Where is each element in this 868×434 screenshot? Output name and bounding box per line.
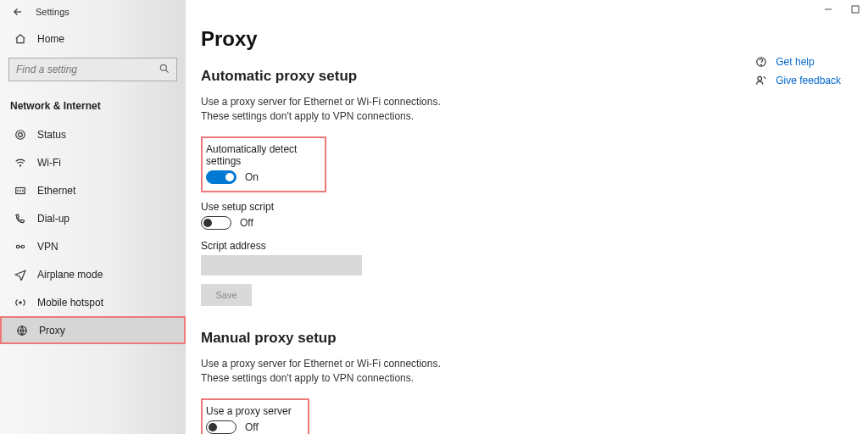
svg-point-6 bbox=[21, 245, 25, 248]
airplane-icon bbox=[14, 268, 27, 281]
vpn-icon bbox=[14, 240, 27, 253]
hotspot-icon bbox=[14, 296, 27, 309]
sidebar-item-airplane[interactable]: Airplane mode bbox=[0, 260, 186, 288]
highlight-proxy-item: Proxy bbox=[0, 316, 186, 344]
svg-point-3 bbox=[19, 164, 20, 165]
sidebar-home[interactable]: Home bbox=[0, 24, 186, 54]
setup-script-label: Use setup script bbox=[201, 201, 854, 213]
highlight-use-proxy: Use a proxy server Off bbox=[201, 398, 309, 434]
sidebar-item-label: Dial-up bbox=[37, 213, 70, 225]
sidebar-item-label: Wi-Fi bbox=[37, 157, 61, 169]
page-title: Proxy bbox=[201, 27, 854, 51]
setup-script-toggle[interactable] bbox=[201, 216, 231, 230]
script-address-label: Script address bbox=[201, 240, 854, 252]
help-column: Get help Give feedback bbox=[755, 56, 841, 93]
dialup-icon bbox=[14, 212, 27, 225]
manual-desc: Use a proxy server for Ethernet or Wi-Fi… bbox=[201, 357, 455, 387]
sidebar-item-wifi[interactable]: Wi-Fi bbox=[0, 148, 186, 176]
use-proxy-toggle[interactable] bbox=[206, 420, 236, 434]
search-icon bbox=[159, 63, 170, 75]
sidebar-item-label: Proxy bbox=[39, 325, 65, 337]
sidebar-item-hotspot[interactable]: Mobile hotspot bbox=[0, 288, 186, 316]
auto-desc: Use a proxy server for Ethernet or Wi-Fi… bbox=[201, 95, 455, 125]
home-label: Home bbox=[37, 33, 64, 45]
svg-point-2 bbox=[19, 132, 23, 136]
get-help-link[interactable]: Get help bbox=[776, 56, 814, 68]
svg-point-12 bbox=[758, 76, 762, 81]
use-proxy-state: Off bbox=[245, 421, 259, 433]
globe-icon bbox=[15, 324, 29, 337]
sidebar-group-label: Network & Internet bbox=[0, 92, 186, 120]
titlebar: Settings bbox=[0, 0, 186, 24]
sidebar-item-vpn[interactable]: VPN bbox=[0, 232, 186, 260]
setup-script-state: Off bbox=[240, 217, 253, 229]
highlight-auto-detect: Automatically detect settings On bbox=[201, 136, 326, 192]
home-icon bbox=[14, 32, 27, 46]
back-icon[interactable] bbox=[12, 6, 24, 18]
wifi-icon bbox=[14, 156, 27, 170]
sidebar-item-label: Airplane mode bbox=[37, 269, 103, 281]
window-controls bbox=[824, 5, 860, 14]
content: Get help Give feedback Proxy Automatic p… bbox=[186, 0, 868, 434]
window-title: Settings bbox=[36, 7, 70, 17]
auto-detect-state: On bbox=[245, 171, 259, 183]
svg-point-5 bbox=[16, 245, 19, 248]
svg-rect-9 bbox=[852, 6, 859, 13]
svg-point-0 bbox=[160, 64, 166, 70]
minimize-icon[interactable] bbox=[824, 5, 832, 14]
feedback-icon bbox=[755, 75, 767, 86]
svg-point-7 bbox=[19, 301, 21, 303]
status-icon bbox=[14, 128, 27, 142]
sidebar-item-ethernet[interactable]: Ethernet bbox=[0, 176, 186, 204]
sidebar-item-dialup[interactable]: Dial-up bbox=[0, 204, 186, 232]
sidebar: Settings Home Network & Internet Status bbox=[0, 0, 186, 434]
maximize-icon[interactable] bbox=[851, 5, 860, 14]
svg-point-11 bbox=[761, 64, 762, 65]
auto-detect-toggle[interactable] bbox=[206, 170, 236, 184]
give-feedback-link[interactable]: Give feedback bbox=[776, 75, 841, 86]
help-icon bbox=[755, 56, 767, 68]
sidebar-item-label: VPN bbox=[37, 241, 58, 253]
save-button: Save bbox=[201, 284, 252, 306]
sidebar-item-status[interactable]: Status bbox=[0, 120, 186, 148]
sidebar-item-label: Mobile hotspot bbox=[37, 297, 103, 309]
sidebar-item-label: Ethernet bbox=[37, 185, 75, 197]
sidebar-item-label: Status bbox=[37, 129, 66, 141]
search-input[interactable] bbox=[8, 58, 177, 81]
sidebar-item-proxy[interactable]: Proxy bbox=[2, 318, 184, 342]
ethernet-icon bbox=[14, 184, 27, 198]
svg-point-1 bbox=[16, 130, 25, 139]
manual-heading: Manual proxy setup bbox=[201, 330, 854, 347]
auto-detect-label: Automatically detect settings bbox=[206, 143, 318, 167]
script-address-input bbox=[201, 255, 362, 275]
use-proxy-label: Use a proxy server bbox=[206, 405, 301, 417]
